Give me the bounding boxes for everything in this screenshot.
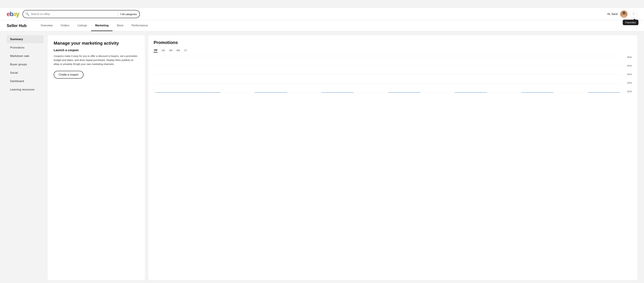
logo-e: e — [7, 11, 10, 18]
favorites-tooltip: Favorites — [623, 20, 638, 25]
logo-a: a — [13, 11, 16, 18]
seller-hub-title: Seller Hub — [7, 20, 27, 31]
y-label-60k: $60k — [627, 56, 632, 58]
nav-link-overview[interactable]: Overview — [37, 21, 57, 31]
promotions-card: Promotions 1W 1M 3M 6M 1Y — [148, 35, 637, 280]
search-bar: 🔍 ▾ All categories — [22, 10, 140, 18]
logo-b: b — [10, 11, 13, 18]
search-icon: 🔍 — [26, 12, 29, 16]
y-label-50k: $50k — [627, 65, 632, 67]
nav-link-marketing[interactable]: Marketing — [91, 21, 112, 31]
sidebar-item-summary[interactable]: Summary — [7, 35, 44, 43]
grid-line-20k — [154, 93, 622, 93]
nav-link-listings[interactable]: Listings — [74, 21, 91, 31]
all-categories-label: All categories — [122, 13, 137, 16]
ebay-logo[interactable]: ebay — [7, 11, 19, 18]
sidebar: Summary Promotions Markdown sale Buyer g… — [7, 35, 44, 280]
chart-area: $60k $50k $40k $30k $20k — [154, 56, 632, 93]
header-right: Hi, Sara! 👩🏾 ♡ Favorites — [608, 11, 637, 18]
time-tab-3m[interactable]: 3M — [169, 49, 172, 52]
greeting-text: Hi, Sara! — [608, 13, 618, 16]
top-bar — [0, 0, 644, 8]
sidebar-item-promotions[interactable]: Promotions — [7, 44, 44, 52]
chart-grid — [154, 56, 622, 93]
nav-link-store[interactable]: Store — [112, 21, 128, 31]
time-tab-6m[interactable]: 6M — [176, 49, 180, 52]
sidebar-item-social[interactable]: Social — [7, 69, 44, 77]
marketing-title: Manage your marketing activity — [54, 41, 139, 46]
avatar[interactable]: 👩🏾 — [620, 11, 628, 18]
grid-line-30k — [154, 83, 622, 84]
marketing-subtitle: Launch a coupon — [54, 49, 139, 52]
nav-links: Overview Orders Listings Marketing Store… — [37, 21, 152, 31]
content-area: Manage your marketing activity Launch a … — [48, 35, 637, 280]
nav-link-performance[interactable]: Performance — [128, 21, 152, 31]
time-tabs: 1W 1M 3M 6M 1Y — [154, 49, 632, 53]
time-tab-1w[interactable]: 1W — [154, 49, 158, 53]
marketing-description: Coupons make it easy for you to offer a … — [54, 54, 139, 66]
logo-y: y — [16, 11, 19, 18]
grid-line-60k — [154, 56, 622, 56]
sidebar-item-markdown-sale[interactable]: Markdown sale — [7, 52, 44, 60]
time-tab-1m[interactable]: 1M — [162, 49, 165, 52]
marketing-card: Manage your marketing activity Launch a … — [48, 35, 145, 280]
search-input[interactable] — [31, 13, 116, 16]
promotions-title: Promotions — [154, 40, 632, 45]
sidebar-item-learning-resources[interactable]: Learning resources — [7, 86, 44, 94]
y-axis: $60k $50k $40k $30k $20k — [627, 56, 632, 93]
time-tab-1y[interactable]: 1Y — [184, 49, 187, 52]
grid-line-50k — [154, 65, 622, 65]
header: ebay 🔍 ▾ All categories Hi, Sara! 👩🏾 ♡ F… — [0, 8, 644, 20]
create-coupon-button[interactable]: Create a coupon — [54, 71, 84, 79]
nav-bar: Seller Hub Overview Orders Listings Mark… — [0, 20, 644, 31]
main-container: Summary Promotions Markdown sale Buyer g… — [0, 31, 644, 283]
y-label-30k: $30k — [627, 82, 632, 84]
sidebar-item-dashboard[interactable]: Dashboard — [7, 77, 44, 85]
heart-icon: ♡ — [632, 12, 635, 16]
favorites-button[interactable]: ♡ Favorites — [630, 11, 637, 18]
nav-link-orders[interactable]: Orders — [57, 21, 74, 31]
y-label-20k: $20k — [627, 90, 632, 93]
grid-line-40k — [154, 74, 622, 75]
svg-text:👩🏾: 👩🏾 — [622, 12, 626, 15]
all-categories-dropdown[interactable]: ▾ All categories — [120, 13, 137, 16]
y-label-40k: $40k — [627, 73, 632, 76]
sidebar-item-buyer-groups[interactable]: Buyer groups — [7, 60, 44, 69]
chevron-down-icon: ▾ — [120, 13, 121, 15]
